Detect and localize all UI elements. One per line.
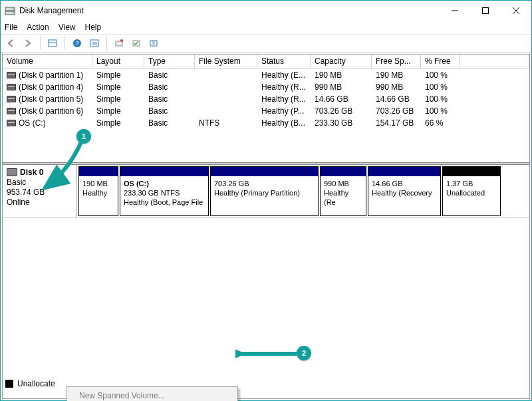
cell: (Disk 0 partition 6) <box>3 106 92 116</box>
partition[interactable]: 990 MBHealthy (Re <box>320 166 366 216</box>
annotation-badge-1: 1 <box>76 129 91 144</box>
column-header[interactable]: Status <box>257 55 311 68</box>
legend-unallocated: Unallocate <box>5 379 55 388</box>
cell: (Disk 0 partition 4) <box>3 82 92 92</box>
volume-row[interactable]: (Disk 0 partition 4)SimpleBasicHealthy (… <box>3 81 529 93</box>
context-menu: New Spanned Volume...New Striped Volume.… <box>66 386 238 401</box>
disk-label: Disk 0 <box>20 168 43 177</box>
help-icon[interactable]: ? <box>70 36 84 51</box>
partition-status: Healthy (Primary Partition) <box>214 189 300 197</box>
back-button[interactable] <box>3 36 18 51</box>
partition-color-bar <box>79 167 118 176</box>
cell: 190 MB <box>311 70 372 80</box>
legend-label: Unallocate <box>17 379 55 388</box>
column-header[interactable]: Type <box>144 55 195 68</box>
partition[interactable]: 14.66 GBHealthy (Recovery <box>368 166 441 216</box>
volume-row[interactable]: (Disk 0 partition 6)SimpleBasicHealthy (… <box>3 105 529 117</box>
column-header[interactable]: Capacity <box>311 55 372 68</box>
volume-row[interactable]: (Disk 0 partition 1)SimpleBasicHealthy (… <box>3 69 529 81</box>
cell: OS (C:) <box>3 118 92 128</box>
volume-icon <box>7 84 16 90</box>
toolbar-icon[interactable] <box>129 36 144 51</box>
volume-icon <box>7 96 16 102</box>
toolbar: ? <box>1 34 531 53</box>
svg-text:?: ? <box>75 40 78 47</box>
disk-state: Online <box>7 198 72 207</box>
partition-body: 1.37 GBUnallocated <box>443 176 500 215</box>
menubar: File Action View Help <box>1 21 531 34</box>
partition-color-bar <box>368 167 440 176</box>
app-icon <box>5 5 15 16</box>
menu-help[interactable]: Help <box>85 23 102 32</box>
column-header[interactable] <box>460 55 529 68</box>
maximize-button[interactable] <box>470 1 501 21</box>
disk-info[interactable]: Disk 0 Basic 953.74 GB Online <box>3 165 77 217</box>
cell: 990 MB <box>311 82 372 92</box>
column-header[interactable]: Free Sp... <box>372 55 421 68</box>
cell: (Disk 0 partition 1) <box>3 70 92 80</box>
volume-icon <box>7 120 16 126</box>
cell: Simple <box>92 82 144 92</box>
svg-rect-8 <box>49 40 57 47</box>
cell: Basic <box>144 70 195 80</box>
partition-color-bar <box>211 167 318 176</box>
titlebar: Disk Management <box>1 1 531 21</box>
legend-swatch <box>5 380 13 388</box>
menu-action[interactable]: Action <box>27 23 49 32</box>
svg-point-2 <box>13 9 14 10</box>
partition[interactable]: 190 MBHealthy <box>78 166 118 216</box>
cell: Basic <box>144 106 195 116</box>
partition-status: Unallocated <box>446 189 485 197</box>
partition[interactable]: 703.26 GBHealthy (Primary Partition) <box>210 166 319 216</box>
column-header[interactable]: Volume <box>3 55 92 68</box>
svg-rect-17 <box>150 41 157 46</box>
volume-list-header: Volume Layout Type File System Status Ca… <box>3 55 529 69</box>
disk-graphical-view: Disk 0 Basic 953.74 GB Online 190 MBHeal… <box>3 165 529 391</box>
cell: 66 % <box>421 118 460 128</box>
volume-row[interactable]: OS (C:)SimpleBasicNTFSHealthy (B...233.3… <box>3 117 529 129</box>
partition-size: 1.37 GB <box>446 180 473 188</box>
forward-button[interactable] <box>21 36 35 51</box>
cell: 100 % <box>421 70 460 80</box>
cell: Healthy (P... <box>257 106 311 116</box>
toolbar-icon[interactable] <box>87 36 102 51</box>
partition-body: OS (C:)233.30 GB NTFSHealthy (Boot, Page… <box>120 176 208 215</box>
menu-file[interactable]: File <box>5 23 17 32</box>
minimize-button[interactable] <box>440 1 470 21</box>
disk-type: Basic <box>7 178 72 188</box>
toolbar-icon[interactable] <box>112 36 126 51</box>
partition-body: 14.66 GBHealthy (Recovery <box>368 176 440 215</box>
partition-status: Healthy <box>82 189 107 197</box>
menu-item: New Spanned Volume... <box>68 388 236 401</box>
cell: 154.17 GB <box>372 118 421 128</box>
cell: 703.26 GB <box>311 106 372 116</box>
svg-rect-5 <box>483 8 489 14</box>
column-header[interactable]: Layout <box>92 55 144 68</box>
cell: 100 % <box>421 82 460 92</box>
close-button[interactable] <box>501 1 531 21</box>
column-header[interactable]: File System <box>195 55 257 68</box>
column-header[interactable]: % Free <box>421 55 460 68</box>
cell <box>195 74 257 76</box>
svg-rect-13 <box>92 42 97 45</box>
cell: Healthy (R... <box>257 82 311 92</box>
disk-row[interactable]: Disk 0 Basic 953.74 GB Online 190 MBHeal… <box>3 165 529 218</box>
partition-size: 990 MB <box>324 180 349 188</box>
cell: 14.66 GB <box>311 94 372 104</box>
partition-size: 14.66 GB <box>372 180 402 188</box>
volume-row[interactable]: (Disk 0 partition 5)SimpleBasicHealthy (… <box>3 93 529 105</box>
disk-icon <box>7 168 17 176</box>
cell: 14.66 GB <box>372 94 421 104</box>
partition-size: 703.26 GB <box>214 180 249 188</box>
partition[interactable]: OS (C:)233.30 GB NTFSHealthy (Boot, Page… <box>120 166 209 216</box>
partition-color-bar <box>443 167 500 176</box>
volume-list[interactable]: (Disk 0 partition 1)SimpleBasicHealthy (… <box>3 69 529 162</box>
toolbar-icon[interactable] <box>45 36 60 51</box>
partition[interactable]: 1.37 GBUnallocated <box>442 166 501 216</box>
menu-view[interactable]: View <box>59 23 76 32</box>
cell: Simple <box>92 118 144 128</box>
toolbar-icon[interactable] <box>146 36 161 51</box>
partition-status: Healthy (Recovery <box>372 189 432 197</box>
svg-point-3 <box>13 13 14 14</box>
partition-size: 233.30 GB NTFS <box>124 189 180 197</box>
